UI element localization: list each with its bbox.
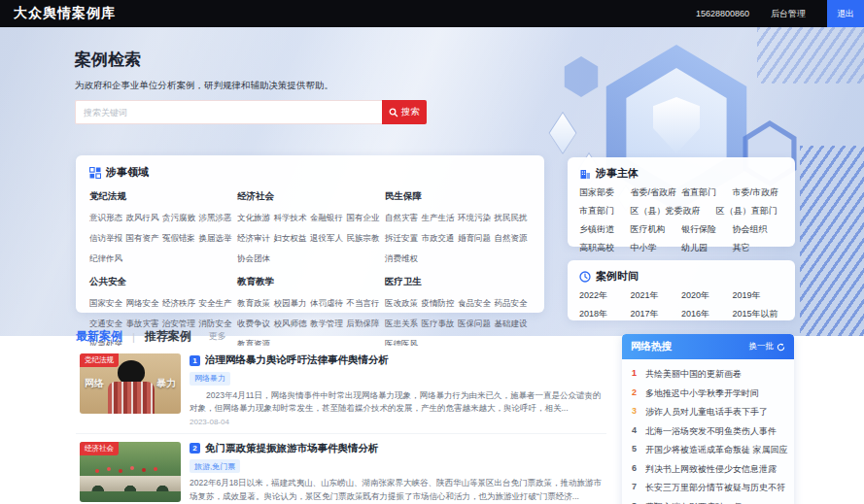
domain-tag[interactable]: 国家安全: [89, 298, 122, 310]
domain-tag[interactable]: 网络安全: [126, 298, 159, 310]
tab-latest-cases[interactable]: 最新案例: [76, 328, 122, 345]
domain-tag[interactable]: 妇女权益: [274, 233, 307, 245]
domain-tag[interactable]: 国有资产: [126, 233, 159, 245]
time-item[interactable]: 2015年以前: [733, 308, 784, 320]
case-item[interactable]: 党纪法规网络暴力1治理网络暴力舆论呼吁法律事件舆情分析网络暴力2023年4月11…: [76, 346, 606, 433]
subject-item[interactable]: 协会组织: [733, 223, 784, 236]
domain-tag[interactable]: 纪律作风: [89, 253, 122, 265]
time-item[interactable]: 2017年: [631, 308, 682, 320]
domain-tag[interactable]: 医保问题: [458, 319, 491, 330]
subject-item[interactable]: 市委/市政府: [733, 186, 784, 199]
domain-tag[interactable]: 科学技术: [274, 213, 307, 224]
domain-tag[interactable]: 食品安全: [458, 298, 491, 310]
domain-tag[interactable]: 涉黑涉恶: [199, 213, 232, 224]
hot-search-item[interactable]: 1共绘美丽中国的更新画卷: [632, 368, 784, 380]
search-button[interactable]: 搜索: [382, 100, 427, 124]
domain-tag[interactable]: 扰民民扰: [495, 213, 528, 224]
subject-item[interactable]: 其它: [733, 242, 784, 254]
subject-item[interactable]: 银行保险: [681, 223, 733, 236]
subject-item[interactable]: 高职高校: [579, 242, 631, 254]
domain-tag[interactable]: 体罚虐待: [310, 298, 343, 310]
domain-tag[interactable]: 拆迁安置: [385, 233, 418, 245]
subject-item[interactable]: 医疗机构: [631, 223, 682, 236]
hot-search-item[interactable]: 3涉诈人员对儿童电话手表下手了: [632, 406, 784, 418]
domain-tag[interactable]: 环境污染: [458, 213, 491, 224]
tab-recommended-cases[interactable]: 推荐案例: [145, 328, 191, 345]
hot-search-list: 1共绘美丽中国的更新画卷2多地推迟中小学秋季开学时间3涉诈人员对儿童电话手表下手…: [622, 359, 794, 504]
subject-item[interactable]: 中小学: [631, 242, 682, 254]
domain-tag[interactable]: 政风行风: [126, 213, 159, 224]
hot-search-item[interactable]: 5开国少将被造谣成革命叛徒 家属回应: [632, 444, 784, 455]
domain-tag[interactable]: 国有企业: [347, 213, 380, 224]
hot-search-item[interactable]: 4北海一浴场突发不明鱼类伤人事件: [632, 425, 784, 437]
domain-tag[interactable]: 不当言行: [347, 298, 380, 310]
subject-item-row: 市直部门区（县）党委政府区（县）直部门: [579, 205, 783, 218]
domain-tag[interactable]: 生产生活: [422, 213, 455, 224]
subject-item[interactable]: 国家部委: [579, 186, 631, 199]
domain-tag[interactable]: 民族宗教: [347, 233, 380, 245]
domain-tag[interactable]: 换届选举: [199, 233, 232, 245]
logout-button[interactable]: 退出: [827, 0, 864, 27]
hot-search-item[interactable]: 8费翔主演电影票房破40亿: [632, 501, 784, 504]
time-item[interactable]: 2019年: [733, 289, 784, 302]
hot-search-item[interactable]: 7长安三万里部分情节被疑与历史不符: [632, 482, 784, 493]
domain-tag[interactable]: 信访举报: [89, 233, 122, 245]
refresh-button[interactable]: 换一批: [749, 341, 786, 353]
domain-tag[interactable]: 校园暴力: [274, 298, 307, 310]
subject-item[interactable]: 省直部门: [681, 186, 733, 199]
domain-tag[interactable]: 医改政策: [385, 298, 418, 310]
domain-tag[interactable]: 自然灾害: [385, 213, 418, 224]
case-thumbnail[interactable]: 经济社会: [80, 442, 181, 502]
time-item[interactable]: 2022年: [579, 289, 631, 302]
time-item[interactable]: 2018年: [579, 308, 631, 320]
domain-tag[interactable]: 安全生产: [199, 298, 232, 310]
case-title[interactable]: 2免门票政策提振旅游市场事件舆情分析: [190, 442, 603, 455]
domain-tag[interactable]: 金融银行: [310, 213, 343, 224]
domain-tag[interactable]: 疫情防控: [422, 298, 455, 310]
domain-tag[interactable]: 药品安全: [495, 298, 528, 310]
time-item[interactable]: 2021年: [631, 289, 682, 302]
time-item[interactable]: 2020年: [681, 289, 733, 302]
domain-tag[interactable]: 贪污腐败: [162, 213, 195, 224]
subject-filter-panel: 涉事主体 国家部委省委/省政府省直部门市委/市政府市直部门区（县）党委政府区（县…: [568, 157, 795, 247]
hot-search-item[interactable]: 6判决书上网致被性侵少女信息泄露: [632, 463, 784, 475]
domain-tag[interactable]: 退役军人: [310, 233, 343, 245]
domain-tag[interactable]: 婚育问题: [458, 233, 491, 245]
refresh-label: 换一批: [749, 341, 775, 353]
domain-tag[interactable]: 后勤保障: [347, 319, 380, 330]
hot-search-item[interactable]: 2多地推迟中小学秋季开学时间: [632, 387, 784, 399]
domain-tag[interactable]: 教学管理: [310, 319, 343, 330]
subject-item[interactable]: 区（县）党委政府: [631, 205, 716, 218]
domain-tag[interactable]: 基础建设: [495, 319, 528, 330]
subject-item[interactable]: 市直部门: [579, 205, 631, 218]
domain-tag[interactable]: 文化旅游: [237, 213, 270, 224]
admin-link[interactable]: 后台管理: [771, 8, 806, 20]
subject-item[interactable]: 省委/省政府: [631, 186, 682, 199]
subject-item[interactable]: 幼儿园: [681, 242, 733, 254]
search-input[interactable]: [75, 100, 382, 124]
domain-tag[interactable]: 冤假错案: [162, 233, 195, 245]
domain-tag[interactable]: 经济秩序: [162, 298, 195, 310]
time-item[interactable]: 2016年: [681, 308, 733, 320]
domain-tag[interactable]: 意识形态: [89, 213, 122, 224]
domain-group-title: 教育教学: [237, 276, 383, 288]
domain-tag[interactable]: 市政交通: [422, 233, 455, 245]
subject-item[interactable]: 区（县）直部门: [716, 205, 768, 218]
more-link[interactable]: 更多: [209, 330, 226, 343]
domain-tag[interactable]: 收费争议: [237, 319, 270, 330]
domain-tag[interactable]: 自然资源: [495, 233, 528, 245]
domain-tag[interactable]: 经济审计: [237, 233, 270, 245]
domain-tag[interactable]: 医患关系: [385, 319, 418, 330]
case-thumbnail[interactable]: 党纪法规网络暴力: [80, 353, 181, 414]
time-filter-panel: 案例时间 2022年2021年2020年2019年2018年2017年2016年…: [568, 260, 795, 320]
domain-tag[interactable]: 教育政策: [237, 298, 270, 310]
domain-tag[interactable]: 校风师德: [274, 319, 307, 330]
subject-item[interactable]: 乡镇街道: [579, 223, 631, 236]
domain-panel-header: 涉事领域: [89, 165, 531, 180]
case-item[interactable]: 经济社会2免门票政策提振旅游市场事件舆情分析旅游,免门票2022年6月18日以来…: [76, 433, 606, 504]
domain-tag[interactable]: 医疗事故: [422, 319, 455, 330]
domain-tag[interactable]: 消费维权: [385, 253, 418, 265]
subject-panel-header: 涉事主体: [579, 166, 783, 181]
domain-tag[interactable]: 协会团体: [237, 253, 270, 265]
case-title[interactable]: 1治理网络暴力舆论呼吁法律事件舆情分析: [190, 353, 603, 367]
